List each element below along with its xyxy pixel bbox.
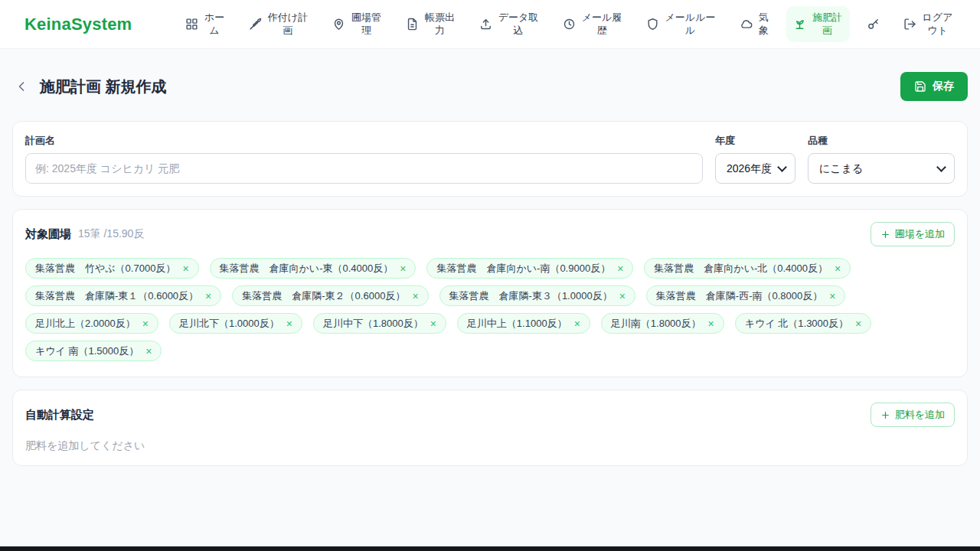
field-tag: 足川中下（1.8000反）× [313,313,446,334]
add-fertilizer-label: 肥料を追加 [895,408,945,422]
nav-item-field-management[interactable]: 圃場管理 [325,6,389,42]
field-tag: 集落営農 竹やぶ（0.7000反）× [25,258,199,279]
remove-field-icon[interactable]: × [619,291,626,302]
year-label: 年度 [715,134,795,148]
year-select[interactable]: 2026年度 [715,153,795,184]
variety-label: 品種 [808,134,955,148]
field-tag: 足川南（1.8000反）× [601,313,724,334]
remove-field-icon[interactable]: × [574,318,580,329]
nav-label: ホーム [204,11,225,37]
field-tag: キウイ 北（1.3000反）× [735,313,871,334]
field-tag: 足川中上（1.1000反）× [457,313,590,334]
back-button[interactable] [14,79,29,94]
cloud-icon [740,18,753,31]
field-tag-label: 足川中上（1.1000反） [467,317,567,331]
field-tag: 集落営農 倉庫向かい-東（0.4000反）× [210,258,416,279]
variety-select[interactable]: にこまる [808,153,955,184]
add-field-button[interactable]: 圃場を追加 [871,222,955,246]
nav-label: データ取込 [498,11,539,37]
nav-item-mail-rules[interactable]: メールルール [639,6,723,42]
save-icon [914,80,926,93]
field-tag-label: 集落営農 倉庫隣-西-南（0.8000反） [656,289,822,303]
nav-item-mail-history[interactable]: メール履歴 [556,6,629,42]
main-content: 施肥計画 新規作成 保存 計画名 年度 2026年度 [0,72,980,466]
remove-field-icon[interactable]: × [708,318,714,329]
field-tag-label: 足川中下（1.8000反） [323,317,423,331]
nav-item-fertilization-plan[interactable]: 施肥計画 [786,6,850,42]
field-tag-label: 足川南（1.8000反） [611,317,701,331]
shield-icon [646,18,659,31]
wheat-icon [249,18,262,31]
nav-label: メール履歴 [581,11,622,37]
target-fields-title: 対象圃場 [25,227,71,242]
remove-field-icon[interactable]: × [829,291,835,302]
bottom-edge-bar [0,546,980,551]
field-tag-label: 集落営農 竹やぶ（0.7000反） [35,262,175,276]
remove-field-icon[interactable]: × [617,263,623,274]
variety-select-wrap: にこまる [808,153,955,184]
field-tag-list: 集落営農 竹やぶ（0.7000反）× 集落営農 倉庫向かい-東（0.4000反）… [25,258,955,364]
key-icon [867,18,880,31]
upload-icon [479,18,492,31]
fields-count: 15筆 /15.90反 [78,227,144,241]
field-tag: 足川北下（1.0000反）× [169,313,302,334]
field-tag-label: キウイ 南（1.5000反） [35,344,139,358]
app-logo: KeinaSystem [24,15,132,34]
chevron-left-icon [14,79,29,94]
nav-label: 気象 [758,11,769,37]
remove-field-icon[interactable]: × [182,263,188,274]
nav-label: 帳票出力 [424,11,456,37]
page-title: 施肥計画 新規作成 [40,77,167,97]
nav-item-report-output[interactable]: 帳票出力 [399,6,462,42]
field-tag: 集落営農 倉庫隣-東２（0.6000反）× [232,285,428,306]
top-nav-bar: KeinaSystem ホーム 作付け計画 圃場管理 帳票出力 [0,0,980,49]
history-clock-icon [563,18,576,31]
nav-item-data-import[interactable]: データ取込 [472,6,546,42]
target-fields-card: 対象圃場 15筆 /15.90反 圃場を追加 集落営農 竹やぶ（0.7000反）… [12,209,968,377]
field-tag-label: 集落営農 倉庫向かい-北（0.4000反） [654,262,828,276]
nav-item-home[interactable]: ホーム [178,6,232,42]
remove-field-icon[interactable]: × [412,291,418,302]
remove-field-icon[interactable]: × [430,318,436,329]
field-tag: 集落営農 倉庫向かい-北（0.4000反）× [644,258,851,279]
nav-item-planting-plan[interactable]: 作付け計画 [242,6,315,42]
auto-calc-card: 自動計算設定 肥料を追加 肥料を追加してください [12,390,968,466]
sprout-icon [793,18,806,31]
auto-calc-title: 自動計算設定 [25,408,94,422]
save-button[interactable]: 保存 [900,72,968,101]
field-tag: 集落営農 倉庫隣-東１（0.6000反）× [25,285,221,306]
plan-name-label: 計画名 [25,134,703,148]
main-nav: ホーム 作付け計画 圃場管理 帳票出力 データ取込 [178,6,960,42]
plan-name-input[interactable] [25,153,703,184]
plan-form-card: 計画名 年度 2026年度 品種 にこまる [12,121,968,197]
nav-item-api-key[interactable] [860,12,887,36]
field-tag: 集落営農 倉庫隣-東３（1.0000反）× [439,285,635,306]
plus-icon [880,410,890,420]
remove-field-icon[interactable]: × [142,318,149,329]
nav-item-weather[interactable]: 気象 [733,6,776,42]
plus-icon [880,230,890,240]
year-select-wrap: 2026年度 [715,153,795,184]
remove-field-icon[interactable]: × [855,318,861,329]
field-tag-label: キウイ 北（1.3000反） [745,317,848,331]
field-tag-label: 集落営農 倉庫隣-東３（1.0000反） [449,289,612,303]
add-fertilizer-button[interactable]: 肥料を追加 [871,403,955,427]
field-tag: キウイ 南（1.5000反）× [25,341,162,361]
field-tag-label: 足川北下（1.0000反） [179,317,279,331]
field-tag-label: 集落営農 倉庫隣-東１（0.6000反） [35,289,198,303]
map-pin-icon [332,18,345,31]
remove-field-icon[interactable]: × [145,346,152,357]
add-field-label: 圃場を追加 [895,227,945,241]
field-tag-label: 集落営農 倉庫隣-東２（0.6000反） [242,289,405,303]
field-tag: 集落営農 倉庫隣-西-南（0.8000反）× [646,285,846,306]
save-button-label: 保存 [933,80,954,93]
logout-icon [903,18,916,31]
nav-label: 施肥計画 [812,11,843,37]
remove-field-icon[interactable]: × [205,291,211,302]
remove-field-icon[interactable]: × [286,318,292,329]
field-tag: 集落営農 倉庫向かい-南（0.9000反）× [426,258,633,279]
document-icon [406,18,419,31]
nav-item-logout[interactable]: ログアウト [897,6,960,42]
remove-field-icon[interactable]: × [400,263,406,274]
remove-field-icon[interactable]: × [835,263,841,274]
